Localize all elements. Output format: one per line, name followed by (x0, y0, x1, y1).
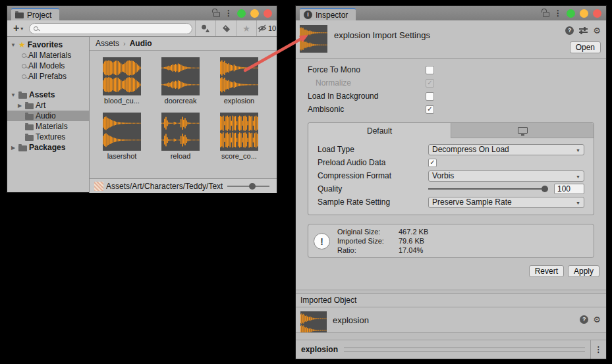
window-controls: ⋮ (213, 6, 277, 20)
load-in-background-checkbox[interactable] (426, 92, 434, 101)
foldout-caret-icon[interactable]: ▼ (10, 42, 16, 48)
sidebar-label: All Prefabs (28, 72, 67, 81)
sidebar-item-favorites[interactable]: ▼ ★ Favorites (7, 39, 89, 50)
breadcrumb-current[interactable]: Audio (130, 39, 152, 48)
project-sidebar: ▼ ★ Favorites All Materials All Models A… (7, 37, 90, 193)
info-row: Ratio: 17.04% (337, 246, 428, 255)
thumbnail-zoom-slider[interactable] (227, 186, 269, 187)
quality-value-field[interactable]: 100 (554, 184, 584, 194)
favorites-filter-button[interactable]: ★ (236, 20, 256, 36)
help-icon[interactable]: ? (565, 26, 574, 35)
revert-button[interactable]: Revert (529, 265, 564, 277)
gear-icon[interactable]: ⚙ (593, 315, 601, 324)
sidebar-item-all-materials[interactable]: All Materials (7, 50, 89, 61)
open-button[interactable]: Open (570, 41, 601, 53)
asset-tile-reload[interactable]: reload (161, 113, 200, 160)
kebab-menu-icon[interactable]: ⋮ (554, 9, 562, 17)
traffic-light-red[interactable] (264, 9, 272, 18)
foldout-caret-icon[interactable]: ▶ (10, 145, 16, 151)
selected-asset-path: Assets/Art/Characters/Teddy/Text (106, 182, 223, 191)
load-type-dropdown[interactable]: Decompress On Load (428, 144, 584, 155)
sample-rate-dropdown[interactable]: Preserve Sample Rate (428, 197, 584, 208)
setting-label: Force To Mono (308, 65, 426, 74)
presets-icon[interactable] (579, 27, 588, 34)
traffic-light-green[interactable] (567, 9, 575, 18)
dropdown-value: Preserve Sample Rate (432, 197, 512, 207)
slider-knob[interactable] (249, 183, 256, 190)
project-footer: Assets/Art/Characters/Teddy/Text (90, 178, 277, 193)
dropdown-value: Vorbis (432, 171, 454, 180)
inspector-tabbar: i Inspector ⋮ (296, 6, 606, 20)
kebab-menu-icon[interactable]: ⋮ (225, 9, 233, 17)
asset-tile-doorcreak[interactable]: doorcreak (161, 57, 200, 105)
inspector-tab-label: Inspector (316, 11, 348, 20)
search-by-label-button[interactable] (215, 20, 236, 36)
sidebar-item-all-models[interactable]: All Models (7, 61, 89, 71)
search-field[interactable] (29, 23, 192, 34)
sidebar-item-assets[interactable]: ▼ Assets (7, 90, 89, 100)
asset-tile-lasershot[interactable]: lasershot (103, 113, 141, 160)
traffic-light-yellow[interactable] (580, 9, 588, 18)
preview-footer-bar: explosion ⋮ (296, 340, 606, 359)
project-tabbar: Project ⋮ (7, 6, 277, 20)
asset-tile-score[interactable]: score_co... (220, 113, 258, 160)
preview-object-name: explosion (333, 315, 369, 325)
search-icon (22, 64, 26, 68)
drag-handle-lines[interactable] (344, 348, 585, 351)
tab-default-platform[interactable]: Default (308, 123, 451, 138)
folder-icon (18, 93, 27, 99)
traffic-light-red[interactable] (593, 9, 601, 18)
sidebar-item-textures[interactable]: ▶ Textures (7, 132, 89, 142)
sidebar-item-art[interactable]: ▶ Art (7, 100, 89, 111)
search-icon (22, 74, 26, 79)
asset-tile-explosion[interactable]: explosion (220, 57, 258, 105)
lock-icon[interactable] (543, 12, 549, 17)
tab-inspector[interactable]: i Inspector (300, 8, 356, 20)
sidebar-item-materials[interactable]: ▶ Materials (7, 121, 89, 132)
setting-label: Load In Background (308, 91, 426, 101)
ambisonic-checkbox[interactable] (426, 105, 434, 114)
hidden-count: 10 (268, 24, 276, 32)
field-row-preload-audio: Preload Audio Data (308, 156, 594, 169)
tab-project[interactable]: Project (11, 8, 59, 20)
audio-waveform-thumbnail (220, 57, 258, 95)
dropdown-value: Decompress On Load (432, 145, 509, 154)
eye-hidden-icon (258, 24, 267, 32)
preview-menu-button[interactable]: ⋮ (590, 340, 606, 359)
tab-standalone-platform[interactable] (451, 123, 594, 138)
hidden-count-button[interactable]: 10 (256, 20, 277, 36)
imported-object-header: Imported Object (296, 294, 606, 307)
preload-audio-checkbox[interactable] (428, 159, 437, 167)
asset-name: explosion (224, 97, 254, 105)
breadcrumb: Assets › Audio (90, 37, 277, 51)
force-to-mono-checkbox[interactable] (426, 66, 434, 74)
lock-icon[interactable] (213, 12, 220, 17)
compression-format-dropdown[interactable]: Vorbis (428, 170, 584, 182)
traffic-light-yellow[interactable] (250, 9, 259, 18)
foldout-caret-icon[interactable]: ▶ (16, 103, 23, 109)
info-label: Original Size: (337, 227, 399, 236)
search-input[interactable] (41, 24, 188, 33)
sidebar-item-all-prefabs[interactable]: All Prefabs (7, 71, 89, 82)
info-row: Imported Size: 79.6 KB (337, 236, 428, 246)
traffic-light-green[interactable] (237, 9, 246, 18)
audio-waveform-thumbnail (220, 113, 258, 151)
help-icon[interactable]: ? (580, 315, 588, 324)
sidebar-item-audio[interactable]: ▶ Audio (7, 111, 89, 121)
setting-label: Ambisonic (308, 105, 426, 114)
apply-button[interactable]: Apply (568, 265, 599, 277)
foldout-caret-icon[interactable]: ▼ (10, 92, 16, 98)
quality-slider[interactable] (428, 188, 547, 190)
audio-waveform-thumbnail (103, 113, 141, 151)
sidebar-item-packages[interactable]: ▶ Packages (7, 142, 89, 153)
slider-knob[interactable] (542, 186, 548, 192)
asset-tile-blood[interactable]: blood_cu... (103, 57, 141, 105)
breadcrumb-root[interactable]: Assets (96, 39, 119, 48)
folder-icon (25, 124, 34, 130)
desktop: { "icons": { "gear": "⚙", "star": "★", "… (0, 0, 612, 364)
search-by-type-button[interactable] (195, 20, 215, 36)
create-asset-button[interactable]: + ▾ (10, 20, 26, 36)
folder-icon (18, 145, 27, 151)
gear-icon[interactable]: ⚙ (593, 26, 601, 35)
preview-separator[interactable] (296, 332, 606, 340)
